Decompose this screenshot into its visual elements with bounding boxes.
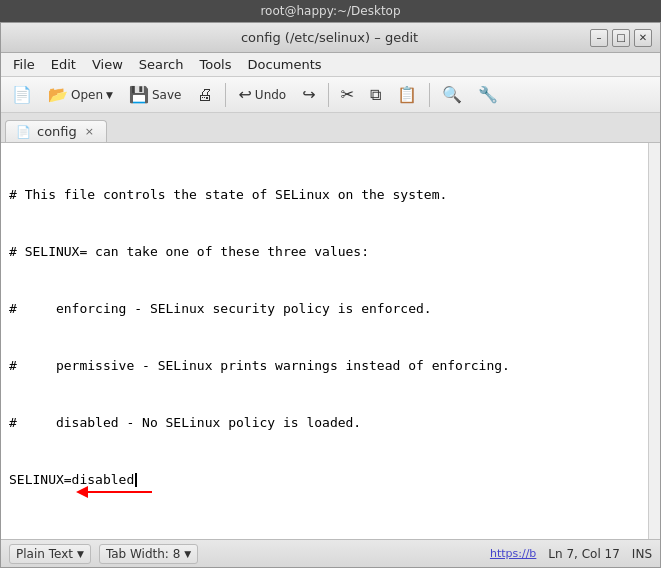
- editor-line: # This file controls the state of SELinu…: [9, 185, 640, 204]
- separator-3: [429, 83, 430, 107]
- undo-icon: ↩: [238, 85, 251, 104]
- paste-icon: 📋: [397, 85, 417, 104]
- new-button[interactable]: 📄: [5, 81, 39, 108]
- status-right: https://b Ln 7, Col 17 INS: [490, 547, 652, 561]
- plain-text-dropdown-icon: ▼: [77, 549, 84, 559]
- tab-width-dropdown-icon: ▼: [184, 549, 191, 559]
- separator-1: [225, 83, 226, 107]
- separator-2: [328, 83, 329, 107]
- scrollbar-vertical[interactable]: [648, 143, 660, 539]
- tools-button[interactable]: 🔧: [471, 81, 505, 108]
- undo-label: Undo: [255, 88, 286, 102]
- copy-button[interactable]: ⧉: [363, 81, 388, 108]
- redo-icon: ↪: [302, 85, 315, 104]
- save-icon: 💾: [129, 85, 149, 104]
- print-button[interactable]: 🖨: [190, 81, 220, 108]
- tab-label: config: [37, 124, 77, 139]
- tab-config[interactable]: 📄 config ×: [5, 120, 107, 142]
- new-icon: 📄: [12, 85, 32, 104]
- menu-edit[interactable]: Edit: [43, 55, 84, 74]
- tab-close-button[interactable]: ×: [83, 125, 96, 138]
- copy-icon: ⧉: [370, 85, 381, 104]
- minimize-button[interactable]: –: [590, 29, 608, 47]
- open-label: Open: [71, 88, 103, 102]
- menu-search[interactable]: Search: [131, 55, 192, 74]
- find-button[interactable]: 🔍: [435, 81, 469, 108]
- window-title-bar: config (/etc/selinux) – gedit – □ ✕: [1, 23, 660, 53]
- tab-width-label: Tab Width: 8: [106, 547, 180, 561]
- plain-text-label: Plain Text: [16, 547, 73, 561]
- open-button[interactable]: 📂 Open ▼: [41, 81, 120, 108]
- save-button[interactable]: 💾 Save: [122, 81, 188, 108]
- open-icon: 📂: [48, 85, 68, 104]
- title-bar: root@happy:~/Desktop: [0, 0, 661, 22]
- title-bar-text: root@happy:~/Desktop: [260, 4, 400, 18]
- arrow-annotation: [72, 489, 150, 539]
- tab-file-icon: 📄: [16, 125, 31, 139]
- redo-button[interactable]: ↪: [295, 81, 322, 108]
- editor-line: # enforcing - SELinux security policy is…: [9, 299, 640, 318]
- tab-width-selector[interactable]: Tab Width: 8 ▼: [99, 544, 198, 564]
- editor-area: # This file controls the state of SELinu…: [1, 143, 660, 539]
- close-button[interactable]: ✕: [634, 29, 652, 47]
- toolbar: 📄 📂 Open ▼ 💾 Save 🖨 ↩ Undo ↪ ✂: [1, 77, 660, 113]
- find-icon: 🔍: [442, 85, 462, 104]
- plain-text-selector[interactable]: Plain Text ▼: [9, 544, 91, 564]
- menu-bar: File Edit View Search Tools Documents: [1, 53, 660, 77]
- menu-tools[interactable]: Tools: [191, 55, 239, 74]
- menu-documents[interactable]: Documents: [240, 55, 330, 74]
- print-icon: 🖨: [197, 85, 213, 104]
- cut-icon: ✂: [341, 85, 354, 104]
- maximize-button[interactable]: □: [612, 29, 630, 47]
- save-label: Save: [152, 88, 181, 102]
- editor-line-selinux: SELINUX=disabled: [9, 470, 640, 539]
- status-bar: Plain Text ▼ Tab Width: 8 ▼ https://b Ln…: [1, 539, 660, 567]
- menu-file[interactable]: File: [5, 55, 43, 74]
- editor-content[interactable]: # This file controls the state of SELinu…: [1, 143, 648, 539]
- menu-view[interactable]: View: [84, 55, 131, 74]
- window-title-text: config (/etc/selinux) – gedit: [69, 30, 590, 45]
- paste-button[interactable]: 📋: [390, 81, 424, 108]
- status-link[interactable]: https://b: [490, 547, 536, 560]
- editor-line: # disabled - No SELinux policy is loaded…: [9, 413, 640, 432]
- window-controls: – □ ✕: [590, 29, 652, 47]
- editor-line: # permissive - SELinux prints warnings i…: [9, 356, 640, 375]
- tools-icon: 🔧: [478, 85, 498, 104]
- tabs-bar: 📄 config ×: [1, 113, 660, 143]
- editor-line: # SELINUX= can take one of these three v…: [9, 242, 640, 261]
- window: config (/etc/selinux) – gedit – □ ✕ File…: [0, 22, 661, 568]
- open-dropdown-icon: ▼: [106, 90, 113, 100]
- cursor-position: Ln 7, Col 17: [548, 547, 620, 561]
- cut-button[interactable]: ✂: [334, 81, 361, 108]
- undo-button[interactable]: ↩ Undo: [231, 81, 293, 108]
- ins-badge: INS: [632, 547, 652, 561]
